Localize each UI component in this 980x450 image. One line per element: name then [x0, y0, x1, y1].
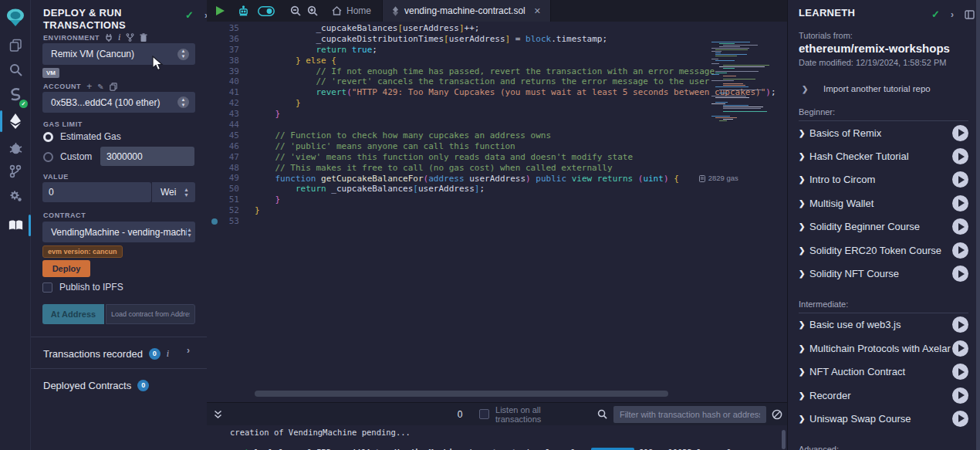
code-line-37[interactable]: 37return true;	[207, 45, 787, 56]
code-line-44[interactable]: 44	[207, 120, 787, 130]
add-account-icon[interactable]: +	[86, 81, 92, 92]
search-icon[interactable]	[0, 57, 31, 82]
terminal-output[interactable]: creation of VendingMachine pending... ✓ …	[207, 425, 787, 450]
tutorial-row[interactable]: ❯Multichain Protocols with Axelar	[799, 337, 968, 360]
tutorial-row[interactable]: ❯Solidity ERC20 Token Course	[799, 239, 968, 262]
deploy-button[interactable]: Deploy	[42, 260, 90, 277]
account-select[interactable]: 0x5B3...eddC4 (100 ether) ▲▼	[42, 92, 195, 113]
solidity-compiler-icon[interactable]: ✓	[0, 82, 31, 107]
git-icon[interactable]	[0, 159, 31, 184]
play-tutorial-button[interactable]	[952, 125, 968, 141]
terminal-filter-input[interactable]	[613, 406, 766, 423]
line-number[interactable]: 52	[207, 205, 239, 216]
code-line-41[interactable]: 41revert("HTTP 429: Too Many Cupcakes (y…	[207, 87, 787, 98]
play-tutorial-button[interactable]	[952, 266, 968, 282]
environment-info-icon[interactable]: i	[118, 32, 120, 43]
line-number[interactable]: 48	[207, 163, 239, 174]
estimated-gas-radio[interactable]	[43, 132, 53, 142]
line-number[interactable]: 43	[207, 109, 239, 120]
tutorial-row[interactable]: ❯Uniswap Swap Course	[799, 407, 968, 430]
tutorial-row[interactable]: ❯Basics of Remix	[799, 121, 968, 144]
code-line-49[interactable]: 49function getCupcakeBalanceFor(address …	[207, 173, 787, 184]
learneth-expand-icon[interactable]: ›	[951, 9, 954, 20]
code-line-53[interactable]: 53	[207, 216, 787, 227]
custom-gas-input[interactable]	[100, 147, 194, 166]
tutorial-row[interactable]: ❯Basic use of web3.js	[799, 313, 968, 337]
tutorial-row[interactable]: ❯Multisig Wallet	[799, 191, 968, 215]
line-number[interactable]: 36	[207, 34, 239, 45]
editor-horizontal-scrollbar[interactable]	[255, 391, 668, 397]
file-explorer-icon[interactable]	[0, 32, 31, 57]
play-tutorial-button[interactable]	[952, 411, 968, 427]
ai-assistant-icon[interactable]	[233, 0, 253, 22]
code-line-39[interactable]: 39// If not enough time has passed, reve…	[207, 66, 787, 77]
tutorial-row[interactable]: ❯Solidity NFT Course	[799, 262, 968, 285]
environment-select[interactable]: Remix VM (Cancun) ▲▼	[42, 43, 195, 65]
delete-state-icon[interactable]	[140, 33, 147, 42]
transactions-info-icon[interactable]: i	[167, 348, 169, 360]
deploy-run-icon[interactable]	[0, 109, 31, 134]
publish-ipfs-checkbox[interactable]	[42, 283, 52, 293]
tutorial-row[interactable]: ❯Solidity Beginner Course	[799, 215, 968, 239]
line-number[interactable]: 35	[207, 23, 239, 34]
copilot-toggle-icon[interactable]	[253, 0, 279, 22]
line-number[interactable]: 50	[207, 184, 239, 195]
line-number[interactable]: 37	[207, 45, 239, 56]
settings-icon[interactable]	[0, 184, 31, 208]
play-tutorial-button[interactable]	[952, 218, 968, 235]
line-number[interactable]: 47	[207, 152, 239, 163]
play-tutorial-button[interactable]	[952, 387, 968, 404]
play-tutorial-button[interactable]	[952, 195, 968, 211]
line-number[interactable]: 45	[207, 130, 239, 141]
terminal-scrollbar[interactable]	[782, 430, 786, 449]
code-line-36[interactable]: 36_cupcakeDistributionTimes[userAddress]…	[207, 34, 787, 45]
tab-vending-machine-contract[interactable]: vending-machine-contract.sol ✕	[382, 0, 551, 22]
code-line-46[interactable]: 46// 'public' means anyone can call this…	[207, 141, 787, 152]
tutorial-row[interactable]: ❯Hash Checker Tutorial	[799, 144, 968, 167]
learneth-scrollbar[interactable]	[976, 0, 980, 450]
tutorial-row[interactable]: ❯Intro to Circom	[799, 168, 968, 191]
line-number[interactable]: 42	[207, 98, 239, 109]
code-editor[interactable]: 35_cupcakeBalances[userAddress]++;36_cup…	[207, 22, 787, 391]
code-line-47[interactable]: 47// 'view' means this function only rea…	[207, 152, 787, 163]
estimated-gas-option[interactable]: Estimated Gas	[43, 131, 121, 142]
plug-icon[interactable]	[105, 33, 113, 42]
at-address-button[interactable]: At Address	[42, 304, 104, 324]
custom-gas-option[interactable]: Custom	[43, 151, 92, 162]
play-tutorial-button[interactable]	[952, 242, 968, 259]
run-script-icon[interactable]	[207, 0, 233, 22]
line-number[interactable]: 51	[207, 195, 239, 205]
learneth-icon[interactable]	[0, 213, 31, 238]
zoom-out-icon[interactable]	[287, 0, 304, 22]
custom-gas-radio[interactable]	[43, 152, 53, 162]
zoom-in-icon[interactable]	[304, 0, 321, 22]
tutorial-row[interactable]: ❯Recorder	[799, 384, 968, 407]
play-tutorial-button[interactable]	[952, 316, 968, 333]
terminal-search-icon[interactable]	[591, 404, 613, 425]
line-number[interactable]: 49	[207, 173, 239, 184]
debugger-icon[interactable]	[0, 135, 31, 160]
edit-account-icon[interactable]: ✎	[97, 83, 103, 91]
line-number[interactable]: 41	[207, 87, 239, 98]
terminal-collapse-icon[interactable]	[207, 404, 229, 425]
terminal-clipped-transaction-row[interactable]: ✓ [vm] from: 0x5B3...eddC4 to: VendingMa…	[242, 446, 782, 450]
code-line-38[interactable]: 38} else {	[207, 56, 787, 66]
code-line-50[interactable]: 50return _cupcakeBalances[userAddress];	[207, 184, 787, 195]
breakpoint-dot[interactable]	[211, 218, 218, 225]
code-line-35[interactable]: 35_cupcakeBalances[userAddress]++;	[207, 23, 787, 34]
learneth-pin-icon[interactable]	[965, 10, 975, 19]
code-line-45[interactable]: 45// Function to check how many cupcakes…	[207, 130, 787, 141]
play-tutorial-button[interactable]	[952, 148, 968, 164]
close-tab-icon[interactable]: ✕	[534, 6, 541, 16]
contract-select[interactable]: VendingMachine - vending-machin ▲▼	[42, 222, 195, 242]
transactions-expand-icon[interactable]: ›	[187, 345, 190, 356]
listen-all-checkbox[interactable]	[479, 409, 489, 419]
play-tutorial-button[interactable]	[952, 364, 968, 380]
at-address-input[interactable]	[106, 304, 195, 324]
remix-logo-icon[interactable]	[0, 5, 31, 31]
line-number[interactable]: 39	[207, 66, 239, 77]
tab-home[interactable]: Home	[321, 0, 382, 22]
code-line-51[interactable]: 51}	[207, 195, 787, 205]
fork-state-icon[interactable]	[126, 33, 134, 42]
value-unit-select[interactable]: Wei ▲▼	[152, 182, 195, 202]
